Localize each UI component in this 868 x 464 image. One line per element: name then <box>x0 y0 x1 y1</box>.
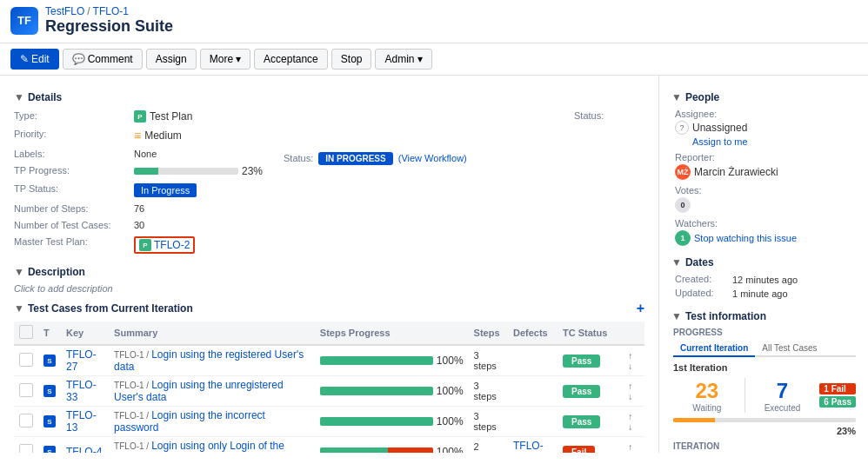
updated-label: Updated: <box>675 288 727 298</box>
updated-value: 1 minute ago <box>732 288 856 300</box>
chevron-down-icon2: ▾ <box>417 53 423 65</box>
acceptance-button[interactable]: Acceptance <box>254 49 328 70</box>
labels-label: Labels: <box>14 147 127 161</box>
row-progress: 100% <box>315 376 469 407</box>
table-row: S TFLO-33 TFLO-1 / Login using the unreg… <box>14 376 644 407</box>
row-actions: ↑↓ <box>621 345 644 376</box>
row-steps: 3 steps <box>469 376 508 407</box>
col-t: T <box>38 321 61 345</box>
row-actions: ↑↓ <box>621 407 644 437</box>
col-checkbox <box>14 321 38 345</box>
row-progress: 100% <box>315 345 469 376</box>
row-status: Pass <box>558 345 621 376</box>
test-info-title: Test information <box>685 310 766 322</box>
row-key: TFLO-13 <box>61 407 109 437</box>
table-row: S TFLO-13 TFLO-1 / Login using the incor… <box>14 407 644 437</box>
waiting-num: 23 <box>673 379 741 403</box>
tab-all-test-cases[interactable]: All Test Cases <box>755 341 824 355</box>
iteration-section-label: ITERATION <box>673 441 856 451</box>
edit-button[interactable]: ✎ Edit <box>10 49 59 70</box>
type-label: Type: <box>14 109 127 124</box>
more-button[interactable]: More ▾ <box>200 49 250 70</box>
unassigned-icon: ? <box>675 121 689 135</box>
executed-label: Executed <box>749 403 817 413</box>
row-key: TFLO-27 <box>61 345 109 376</box>
comment-button[interactable]: 💬 Comment <box>63 49 143 70</box>
reporter-avatar: MŻ <box>675 164 691 180</box>
row-actions: ↑↓ <box>621 376 644 407</box>
tp-status-value: In Progress <box>134 182 644 199</box>
assignee-value: Unassigned <box>692 122 747 134</box>
steps-value: 76 <box>134 202 644 215</box>
row-type: S <box>38 376 61 407</box>
description-toggle[interactable]: ▼ <box>14 266 24 278</box>
tp-progress-label: TP Progress: <box>14 163 127 179</box>
comment-icon: 💬 <box>72 53 85 65</box>
dates-toggle[interactable]: ▼ <box>671 256 682 268</box>
tp-progress-value: 23% <box>134 163 644 179</box>
master-value: P TFLO-2 <box>134 235 644 255</box>
details-title: Details <box>28 91 62 103</box>
stop-button[interactable]: Stop <box>331 49 372 70</box>
col-defects: Defects <box>508 321 558 345</box>
row-defects <box>508 376 558 407</box>
col-key: Key <box>61 321 109 345</box>
pass-badge: 6 Pass <box>819 396 856 408</box>
page-title: Regression Suite <box>45 17 173 36</box>
row-type: S <box>38 345 61 376</box>
col-progress: Steps Progress <box>315 321 469 345</box>
status-badge: IN PROGRESS <box>318 152 392 165</box>
priority-label: Priority: <box>14 127 127 144</box>
watch-badge: 1 <box>675 230 691 246</box>
row-progress: 100% <box>315 437 469 454</box>
dates-section: ▼ Dates Created: 12 minutes ago Updated:… <box>671 256 856 300</box>
admin-button[interactable]: Admin ▾ <box>375 49 431 70</box>
description-title: Description <box>28 266 85 278</box>
edit-icon: ✎ <box>20 53 29 65</box>
plan-icon: P <box>134 110 146 123</box>
row-steps: 3 steps <box>469 345 508 376</box>
col-summary: Summary <box>109 321 315 345</box>
view-workflow-link[interactable]: (View Workflow) <box>398 153 467 163</box>
waiting-stat: 23 Waiting <box>673 379 741 413</box>
row-status: Pass <box>558 407 621 437</box>
status-label-left: Status: <box>574 109 604 123</box>
col-status: TC Status <box>558 321 621 345</box>
tab-current-iteration[interactable]: Current Iteration <box>673 341 755 357</box>
add-tc-button[interactable]: + <box>637 301 644 316</box>
stop-watching-link[interactable]: Stop watching this issue <box>694 233 797 243</box>
iteration-title: 1st Iteration <box>673 362 856 373</box>
waiting-label: Waiting <box>673 403 741 413</box>
plan-icon2: P <box>139 239 151 251</box>
description-placeholder[interactable]: Click to add description <box>14 283 644 294</box>
row-defects <box>508 407 558 437</box>
row-checkbox[interactable] <box>14 407 38 437</box>
assign-button[interactable]: Assign <box>146 49 197 70</box>
table-row: S TFLO-27 TFLO-1 / Login using the regis… <box>14 345 644 376</box>
tc-count-label: Number of Test Cases: <box>14 218 127 232</box>
row-status: Fail <box>558 437 621 454</box>
details-toggle[interactable]: ▼ <box>14 91 24 103</box>
row-key: TFLO-4 <box>61 437 109 454</box>
row-summary: TFLO-1 / Login using the registered User… <box>109 345 315 376</box>
row-checkbox[interactable] <box>14 345 38 376</box>
chevron-down-icon: ▾ <box>236 53 241 65</box>
app-logo: TF <box>10 7 38 35</box>
breadcrumb: TestFLO / TFLO-1 <box>45 5 173 17</box>
row-summary: TFLO-1 / Login using the unregistered Us… <box>109 376 315 407</box>
master-link[interactable]: P TFLO-2 <box>134 236 195 254</box>
test-info-toggle[interactable]: ▼ <box>671 310 682 322</box>
assign-to-me-link[interactable]: Assign to me <box>692 136 856 147</box>
row-type: S <box>38 437 61 454</box>
row-progress: 100% <box>315 407 469 437</box>
row-checkbox[interactable] <box>14 376 38 407</box>
people-toggle[interactable]: ▼ <box>671 91 682 103</box>
tc-section: ▼ Test Cases from Current Iteration + T … <box>14 301 644 453</box>
description-section: ▼ Description Click to add description <box>14 266 644 294</box>
progress-label: PROGRESS <box>673 328 856 337</box>
row-actions: ↑↓ <box>621 437 644 454</box>
status-inline-label: Status: <box>284 151 313 165</box>
tc-toggle[interactable]: ▼ <box>14 302 24 315</box>
type-value: P Test Plan <box>134 109 644 124</box>
row-checkbox[interactable] <box>14 437 38 454</box>
